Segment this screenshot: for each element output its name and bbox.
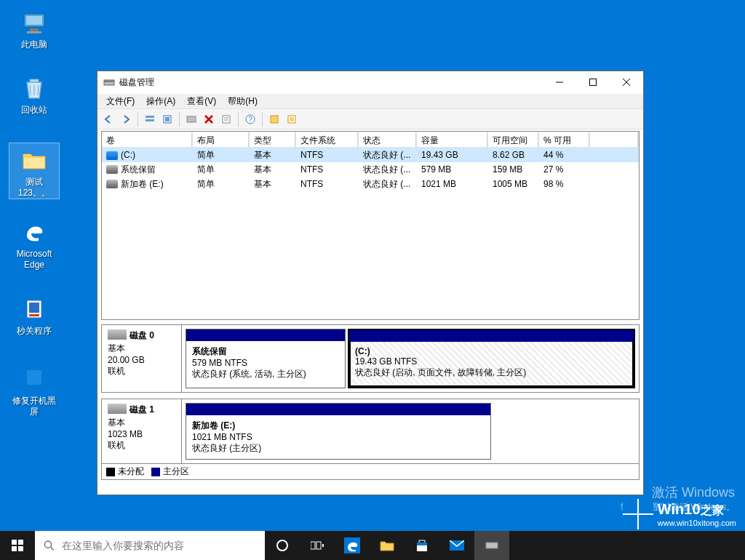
- disk-row-1[interactable]: 磁盘 1 基本 1023 MB 联机 新加卷 (E:) 1021 MB NTFS…: [101, 399, 640, 464]
- disk-graphical-view: 磁盘 0 基本 20.00 GB 联机 系统保留 579 MB NTFS 状态良…: [101, 324, 640, 464]
- volume-icon: [106, 151, 118, 160]
- svg-rect-44: [486, 543, 498, 548]
- legend-swatch-unallocated: [106, 468, 115, 476]
- partition-status: 状态良好 (启动, 页面文件, 故障转储, 主分区): [355, 367, 628, 379]
- col-pct[interactable]: % 可用: [539, 132, 590, 147]
- col-free[interactable]: 可用空间: [488, 132, 539, 147]
- taskbar-edge-icon[interactable]: [335, 531, 370, 560]
- partition-system-reserved[interactable]: 系统保留 579 MB NTFS 状态良好 (系统, 活动, 主分区): [186, 329, 346, 388]
- cell: 状态良好 (...: [359, 148, 417, 163]
- disk-type: 基本: [108, 417, 125, 428]
- partition-c[interactable]: (C:) 19.43 GB NTFS 状态良好 (启动, 页面文件, 故障转储,…: [348, 329, 635, 388]
- desktop-icon-edge[interactable]: Microsoft Edge: [9, 215, 60, 271]
- svg-point-36: [44, 541, 51, 548]
- desktop-icon-label: Microsoft Edge: [9, 249, 60, 271]
- disk-icon: [108, 329, 127, 340]
- partition-size: 1021 MB NTFS: [192, 432, 485, 442]
- svg-rect-32: [12, 540, 17, 545]
- toolbar-yellow-icon[interactable]: [266, 111, 282, 127]
- brand-url: www.win10xitong.com: [658, 519, 736, 527]
- partition-status: 状态良好 (系统, 活动, 主分区): [192, 368, 339, 380]
- start-button[interactable]: [0, 531, 35, 560]
- toolbar-refresh-icon[interactable]: [159, 111, 175, 127]
- menu-view[interactable]: 查看(V): [181, 94, 222, 109]
- toolbar-properties-icon[interactable]: [218, 111, 234, 127]
- desktop-icon-recycle-bin[interactable]: 回收站: [9, 71, 60, 116]
- volume-row[interactable]: 系统保留 简单 基本 NTFS 状态良好 (... 579 MB 159 MB …: [102, 162, 639, 177]
- svg-rect-20: [146, 119, 154, 121]
- cell: 简单: [193, 148, 250, 163]
- app-icon: [103, 76, 115, 88]
- taskbar-store-icon[interactable]: [405, 531, 439, 560]
- col-spacer: [590, 132, 639, 147]
- taskbar-explorer-icon[interactable]: [370, 531, 405, 560]
- svg-rect-3: [27, 31, 41, 33]
- taskbar-mail-icon[interactable]: [439, 531, 474, 560]
- svg-text:?: ?: [248, 116, 252, 124]
- window-title: 磁盘管理: [119, 76, 543, 89]
- menu-bar: 文件(F) 操作(A) 查看(V) 帮助(H): [97, 93, 643, 109]
- svg-rect-22: [165, 117, 170, 121]
- taskbar-taskview-icon[interactable]: [300, 531, 335, 560]
- col-fs[interactable]: 文件系统: [296, 132, 359, 147]
- disk-name: 磁盘 1: [130, 404, 154, 416]
- volume-row[interactable]: (C:) 简单 基本 NTFS 状态良好 (... 19.43 GB 8.62 …: [102, 148, 639, 162]
- desktop-icon-label: 此电脑: [9, 39, 60, 50]
- toolbar-delete-icon[interactable]: [201, 111, 217, 127]
- svg-rect-39: [311, 542, 315, 549]
- svg-rect-19: [146, 116, 154, 118]
- toolbar-pane-icon[interactable]: [183, 111, 199, 127]
- volume-list[interactable]: 卷 布局 类型 文件系统 状态 容量 可用空间 % 可用 (C:) 简单 基本 …: [101, 131, 640, 320]
- legend-swatch-primary: [151, 468, 160, 476]
- svg-rect-34: [12, 546, 17, 551]
- cell: 简单: [193, 177, 250, 192]
- volume-row[interactable]: 新加卷 (E:) 简单 基本 NTFS 状态良好 (... 1021 MB 10…: [102, 177, 639, 191]
- separator: [138, 112, 138, 127]
- svg-rect-4: [30, 79, 39, 82]
- back-button[interactable]: [100, 111, 116, 127]
- cell: 159 MB: [488, 163, 539, 176]
- menu-file[interactable]: 文件(F): [100, 94, 140, 109]
- this-pc-icon: [20, 8, 49, 37]
- volume-icon: [106, 165, 118, 174]
- windows-icon: [12, 540, 23, 551]
- forward-button[interactable]: [118, 111, 134, 127]
- col-capacity[interactable]: 容量: [417, 132, 488, 147]
- volume-name: 系统保留: [121, 164, 156, 175]
- menu-action[interactable]: 操作(A): [140, 94, 181, 109]
- partition-header-bar: [349, 330, 634, 342]
- search-box[interactable]: [35, 531, 265, 560]
- toolbar-white-icon[interactable]: [284, 111, 300, 127]
- col-layout[interactable]: 布局: [193, 132, 250, 147]
- disk-name: 磁盘 0: [130, 329, 154, 342]
- cell: 19.43 GB: [417, 148, 488, 161]
- col-status[interactable]: 状态: [359, 132, 417, 147]
- close-button[interactable]: [610, 71, 643, 93]
- desktop-icon-this-pc[interactable]: 此电脑: [9, 6, 60, 50]
- brand-watermark: Win10之家 www.win10xitong.com: [623, 499, 736, 529]
- desktop-icon-shutdown-app[interactable]: 秒关程序: [9, 292, 60, 337]
- taskbar-cortana-icon[interactable]: [265, 531, 300, 560]
- search-input[interactable]: [62, 540, 256, 551]
- title-bar[interactable]: 磁盘管理: [97, 71, 643, 93]
- disk-size: 1023 MB: [108, 429, 143, 439]
- maximize-button[interactable]: [576, 71, 610, 93]
- minimize-button[interactable]: [543, 71, 576, 93]
- cell: 简单: [193, 162, 250, 177]
- toolbar-help-icon[interactable]: ?: [242, 111, 258, 127]
- taskbar-diskmgmt-icon[interactable]: [474, 531, 509, 560]
- desktop-icon-folder-test[interactable]: 测试123。。: [9, 143, 60, 199]
- cell: 1005 MB: [488, 177, 539, 191]
- svg-rect-14: [104, 81, 114, 82]
- partition-header-bar: [186, 404, 490, 415]
- taskbar: [0, 531, 745, 560]
- col-volume[interactable]: 卷: [102, 132, 193, 147]
- toolbar-view-icon[interactable]: [142, 111, 158, 127]
- edge-icon: [20, 217, 49, 247]
- desktop-icon-repair-boot[interactable]: 修复开机黑屏: [9, 362, 60, 417]
- disk-row-0[interactable]: 磁盘 0 基本 20.00 GB 联机 系统保留 579 MB NTFS 状态良…: [101, 324, 640, 393]
- partition-e[interactable]: 新加卷 (E:) 1021 MB NTFS 状态良好 (主分区): [186, 403, 491, 460]
- partition-name: (C:): [355, 346, 628, 356]
- col-type[interactable]: 类型: [250, 132, 296, 147]
- menu-help[interactable]: 帮助(H): [222, 94, 263, 109]
